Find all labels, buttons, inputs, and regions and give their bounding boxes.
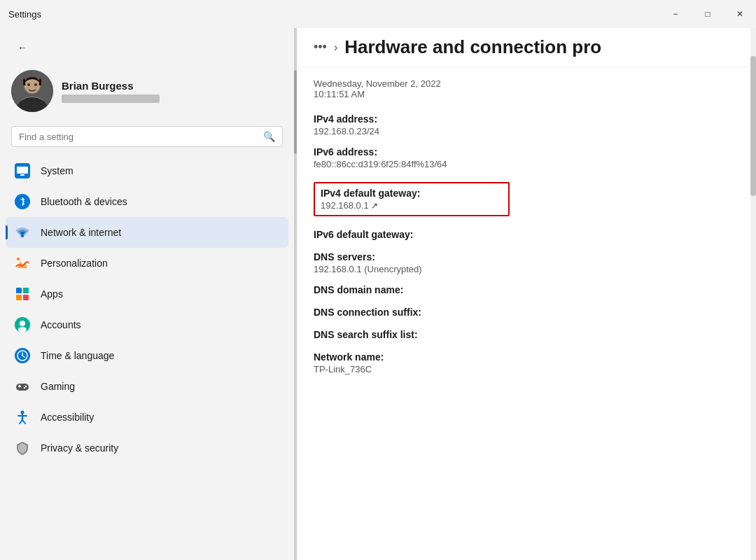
- sidebar-item-accessibility-label: Accessibility: [41, 412, 94, 423]
- titlebar-controls: − □ ✕: [659, 0, 756, 28]
- info-row-dns-suffix: DNS connection suffix:: [314, 302, 734, 323]
- breadcrumb-sep: ›: [334, 41, 337, 54]
- time-text: 10:11:51 AM: [314, 89, 734, 99]
- content-wrapper: ••• › Hardware and connection pro Wednes…: [297, 28, 756, 560]
- content-area: ••• › Hardware and connection pro Wednes…: [297, 28, 750, 560]
- breadcrumb-dots[interactable]: •••: [314, 40, 327, 55]
- sidebar-item-apps[interactable]: Apps: [6, 279, 288, 309]
- ipv4-address-value: 192.168.0.23/24: [314, 126, 734, 136]
- minimize-button[interactable]: −: [659, 0, 692, 28]
- sidebar-item-system-label: System: [41, 165, 74, 176]
- info-row-ipv6-address: IPv6 address: fe80::86cc:d319:6f25:84ff%…: [314, 142, 734, 174]
- sidebar-item-time-label: Time & language: [41, 350, 114, 361]
- sidebar-header: ←: [0, 28, 294, 64]
- user-email-bar: [62, 94, 160, 103]
- dns-search-label: DNS search suffix list:: [314, 329, 734, 340]
- svg-rect-15: [16, 295, 22, 300]
- system-icon: [14, 162, 31, 179]
- sidebar-item-network[interactable]: Network & internet: [6, 217, 288, 248]
- content-body: Wednesday, November 2, 2022 10:11:51 AM …: [297, 67, 750, 560]
- sidebar-item-system[interactable]: System: [6, 155, 288, 186]
- accounts-icon: [14, 316, 31, 333]
- content-header: ••• › Hardware and connection pro: [297, 28, 750, 67]
- svg-point-6: [34, 83, 37, 86]
- sidebar-scrollbar: [294, 28, 297, 560]
- sidebar-item-gaming-label: Gaming: [41, 381, 75, 392]
- dns-servers-label: DNS servers:: [314, 251, 734, 262]
- page-title: Hardware and connection pro: [344, 36, 601, 58]
- content-scrollbar-thumb[interactable]: [750, 56, 756, 196]
- ipv4-gateway-value-text: 192.168.0.1: [321, 200, 369, 211]
- sidebar-item-accounts-label: Accounts: [41, 319, 81, 330]
- avatar: [11, 70, 53, 112]
- svg-rect-13: [16, 288, 22, 293]
- network-name-value: TP-Link_736C: [314, 364, 734, 374]
- svg-rect-16: [23, 295, 29, 300]
- sidebar-item-accounts[interactable]: Accounts: [6, 309, 288, 340]
- info-row-network-name: Network name: TP-Link_736C: [314, 347, 734, 379]
- apps-icon: [14, 286, 31, 302]
- svg-point-5: [27, 83, 30, 86]
- info-row-ipv4-gateway: IPv4 default gateway: 192.168.0.1 ↗: [314, 175, 734, 223]
- sidebar-item-time[interactable]: Time & language: [6, 340, 288, 371]
- ipv4-address-label: IPv4 address:: [314, 113, 734, 125]
- info-row-ipv4-address: IPv4 address: 192.168.0.23/24: [314, 109, 734, 141]
- sidebar-item-bluetooth-label: Bluetooth & devices: [41, 196, 127, 207]
- bluetooth-icon: [14, 193, 31, 210]
- svg-point-28: [24, 387, 25, 388]
- content-scrollbar: [750, 28, 756, 560]
- svg-line-33: [22, 420, 25, 424]
- info-section: Wednesday, November 2, 2022 10:11:51 AM …: [314, 78, 734, 379]
- svg-point-27: [25, 386, 27, 387]
- back-icon: ←: [18, 42, 27, 53]
- nav-list: System Bluetooth & devices: [0, 155, 294, 463]
- sidebar-item-personalization-label: Personalization: [41, 258, 108, 269]
- sidebar-item-privacy[interactable]: Privacy & security: [6, 433, 288, 463]
- cursor-icon: ↗: [371, 201, 378, 211]
- sidebar-item-gaming[interactable]: Gaming: [6, 371, 288, 402]
- ipv6-gateway-label: IPv6 default gateway:: [314, 229, 734, 240]
- user-info: Brian Burgess: [62, 80, 160, 103]
- info-row-ipv6-gateway: IPv6 default gateway:: [314, 225, 734, 246]
- titlebar: Settings − □ ✕: [0, 0, 756, 28]
- app-container: ←: [0, 28, 756, 560]
- sidebar: ←: [0, 28, 294, 560]
- ipv4-gateway-highlight-box: IPv4 default gateway: 192.168.0.1 ↗: [314, 182, 510, 216]
- datetime-display: Wednesday, November 2, 2022 10:11:51 AM: [314, 78, 734, 99]
- privacy-icon: [14, 440, 31, 456]
- sidebar-item-privacy-label: Privacy & security: [41, 442, 118, 454]
- svg-rect-24: [16, 384, 29, 391]
- info-row-dns-servers: DNS servers: 192.168.0.1 (Unencrypted): [314, 247, 734, 279]
- close-button[interactable]: ✕: [724, 0, 756, 28]
- sidebar-item-network-label: Network & internet: [41, 227, 121, 238]
- avatar-image: [11, 70, 53, 112]
- sidebar-item-personalization[interactable]: Personalization: [6, 248, 288, 279]
- sidebar-item-apps-label: Apps: [41, 288, 63, 300]
- date-text: Wednesday, November 2, 2022: [314, 78, 734, 89]
- dns-servers-value: 192.168.0.1 (Unencrypted): [314, 264, 734, 274]
- dns-suffix-label: DNS connection suffix:: [314, 307, 734, 318]
- search-input[interactable]: [19, 132, 258, 142]
- info-row-dns-search: DNS search suffix list:: [314, 325, 734, 346]
- svg-rect-14: [23, 288, 29, 293]
- svg-rect-8: [17, 167, 28, 174]
- search-box[interactable]: 🔍: [11, 126, 283, 147]
- ipv6-address-value: fe80::86cc:d319:6f25:84ff%13/64: [314, 159, 734, 169]
- sidebar-item-bluetooth[interactable]: Bluetooth & devices: [6, 186, 288, 217]
- user-name: Brian Burgess: [62, 80, 160, 92]
- ipv4-gateway-label: IPv4 default gateway:: [321, 188, 503, 199]
- search-icon: 🔍: [263, 131, 275, 142]
- sidebar-item-accessibility[interactable]: Accessibility: [6, 402, 288, 433]
- back-button[interactable]: ←: [11, 36, 34, 59]
- svg-point-19: [18, 327, 27, 332]
- titlebar-left: Settings: [8, 9, 41, 20]
- titlebar-title: Settings: [8, 9, 41, 20]
- svg-rect-26: [19, 385, 20, 388]
- svg-point-11: [21, 234, 24, 237]
- time-icon: [14, 347, 31, 364]
- network-icon: [14, 224, 31, 241]
- user-profile: Brian Burgess: [0, 64, 294, 123]
- dns-domain-label: DNS domain name:: [314, 284, 734, 295]
- sidebar-scrollbar-thumb[interactable]: [294, 70, 297, 154]
- maximize-button[interactable]: □: [692, 0, 724, 28]
